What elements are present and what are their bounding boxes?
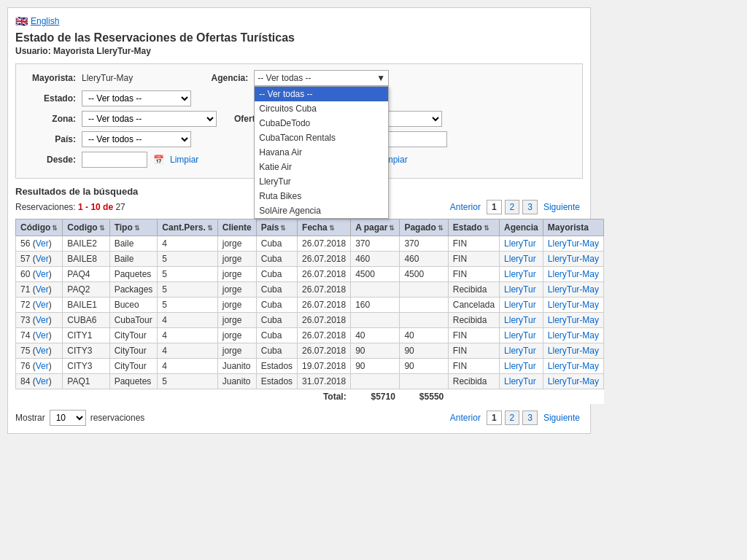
cell-cliente: jorge xyxy=(217,267,256,282)
show-count-select[interactable]: 10 xyxy=(50,410,86,426)
cell-estado: Recibida xyxy=(448,313,499,328)
zona-label: Zona: xyxy=(25,114,76,124)
cell-agencia: LleryTur xyxy=(500,298,543,313)
page-1-btn-bottom[interactable]: 1 xyxy=(487,411,502,425)
ver-link[interactable]: Ver xyxy=(36,254,49,264)
cell-pais: Cuba xyxy=(256,236,297,252)
total-row: Total: $5710 $5550 xyxy=(16,389,604,405)
header-cantpers: Cant.Pers.⇅ xyxy=(158,219,217,236)
total-pagado: $5550 xyxy=(400,389,448,405)
header-agencia: Agencia xyxy=(500,219,543,236)
dropdown-option[interactable]: Ruta Bikes xyxy=(255,189,388,203)
header-apagar: A pagar⇅ xyxy=(351,219,400,236)
dropdown-option[interactable]: CubaTacon Rentals xyxy=(255,131,388,145)
header-pais: País⇅ xyxy=(256,219,297,236)
lang-english[interactable]: English xyxy=(31,16,59,26)
cell-fecha: 31.07.2018 xyxy=(298,374,351,389)
dropdown-option[interactable]: LleryTur xyxy=(255,174,388,189)
header-pagado: Pagado⇅ xyxy=(400,219,448,236)
codigo-number: 71 xyxy=(20,284,30,295)
cell-cliente: Juanito xyxy=(217,374,256,389)
cell-apagar: 160 xyxy=(351,298,400,313)
cell-codigo2: PAQ4 xyxy=(63,267,109,282)
ver-link[interactable]: Ver xyxy=(36,284,49,295)
cell-tipo: Packages xyxy=(109,282,158,298)
header-mayorista: Mayorista xyxy=(543,219,603,236)
page-3-btn-bottom[interactable]: 3 xyxy=(522,411,538,425)
cell-cliente: jorge xyxy=(217,282,256,298)
page-1-btn-top[interactable]: 1 xyxy=(487,200,502,214)
ver-link[interactable]: Ver xyxy=(36,315,49,325)
cell-apagar xyxy=(351,282,400,298)
prev-button-bottom[interactable]: Anterior xyxy=(447,411,484,424)
count-range: 1 - 10 de xyxy=(78,202,113,212)
top-pagination: Anterior 1 2 3 Siguiente xyxy=(447,200,583,214)
ver-link[interactable]: Ver xyxy=(36,376,49,386)
cell-codigo: 71 (Ver) xyxy=(16,282,63,298)
dropdown-option[interactable]: Circuitos Cuba xyxy=(255,101,388,116)
cell-pais: Cuba xyxy=(256,298,297,313)
dropdown-option[interactable]: Havana Air xyxy=(255,145,388,160)
cell-apagar: 90 xyxy=(351,343,400,359)
cell-tipo: Paquetes xyxy=(109,267,158,282)
cell-pais: Cuba xyxy=(256,267,297,282)
ver-link[interactable]: Ver xyxy=(36,269,49,279)
ver-link[interactable]: Ver xyxy=(36,238,49,249)
table-row: 71 (Ver) PAQ2 Packages 5 jorge Cuba 26.0… xyxy=(16,282,604,298)
cell-agencia: LleryTur xyxy=(500,313,543,328)
cell-fecha: 26.07.2018 xyxy=(298,236,351,252)
prev-button-top[interactable]: Anterior xyxy=(447,201,484,214)
cell-pagado: 4500 xyxy=(400,267,448,282)
cell-pagado xyxy=(400,282,448,298)
cell-mayorista: LleryTur-May xyxy=(543,343,603,359)
table-row: 72 (Ver) BAILE1 Buceo 5 jorge Cuba 26.07… xyxy=(16,298,604,313)
cell-mayorista: LleryTur-May xyxy=(543,313,603,328)
page-2-btn-top[interactable]: 2 xyxy=(505,200,520,214)
lang-bar: 🇬🇧 English xyxy=(15,15,583,27)
next-button-top[interactable]: Siguiente xyxy=(541,201,583,214)
ver-link[interactable]: Ver xyxy=(36,300,49,310)
limpiar-desde-link[interactable]: Limpiar xyxy=(170,155,198,165)
codigo-number: 60 xyxy=(20,269,30,279)
cell-cliente: jorge xyxy=(217,252,256,267)
pais-select[interactable]: -- Ver todos -- xyxy=(82,131,191,147)
cell-pagado: 90 xyxy=(400,359,448,374)
page-2-btn-bottom[interactable]: 2 xyxy=(505,411,520,425)
cell-estado: FIN xyxy=(448,252,499,267)
cell-fecha: 19.07.2018 xyxy=(298,359,351,374)
cell-estado: Recibida xyxy=(448,374,499,389)
page-wrapper: 🇬🇧 English Estado de las Reservaciones d… xyxy=(7,7,591,434)
dropdown-option[interactable]: SolAire Agencia xyxy=(255,203,388,218)
next-button-bottom[interactable]: Siguiente xyxy=(541,411,583,424)
table-row: 75 (Ver) CITY3 CityTour 4 jorge Cuba 26.… xyxy=(16,343,604,359)
page-title: Estado de las Reservaciones de Ofertas T… xyxy=(15,31,583,44)
page-3-btn-top[interactable]: 3 xyxy=(522,200,538,214)
agencia-select[interactable]: -- Ver todas -- ▼ xyxy=(254,70,389,86)
cell-estado: FIN xyxy=(448,267,499,282)
cell-pagado xyxy=(400,298,448,313)
ver-link[interactable]: Ver xyxy=(36,361,49,371)
total-empty xyxy=(448,389,603,405)
zona-select[interactable]: -- Ver todas -- xyxy=(82,111,217,127)
cell-tipo: Baile xyxy=(109,252,158,267)
cell-codigo2: CITY3 xyxy=(63,343,109,359)
cell-agencia: LleryTur xyxy=(500,236,543,252)
cell-cliente: jorge xyxy=(217,236,256,252)
cell-estado: Recibida xyxy=(448,282,499,298)
cell-mayorista: LleryTur-May xyxy=(543,328,603,343)
ver-link[interactable]: Ver xyxy=(36,346,49,356)
table-row: 57 (Ver) BAILE8 Baile 5 jorge Cuba 26.07… xyxy=(16,252,604,267)
cell-pais: Cuba xyxy=(256,343,297,359)
calendar-icon-desde[interactable]: 📅 xyxy=(153,155,164,165)
codigo-number: 57 xyxy=(20,254,30,264)
dropdown-option[interactable]: CubaDeTodo xyxy=(255,116,388,131)
pais-label: País: xyxy=(25,134,76,144)
estado-select[interactable]: -- Ver todas -- xyxy=(82,90,191,106)
desde-input[interactable] xyxy=(82,152,147,168)
cell-pagado: 40 xyxy=(400,328,448,343)
cell-agencia: LleryTur xyxy=(500,374,543,389)
cell-cant: 4 xyxy=(158,359,217,374)
dropdown-option[interactable]: Katie Air xyxy=(255,160,388,174)
dropdown-option[interactable]: -- Ver todas -- xyxy=(255,87,388,101)
ver-link[interactable]: Ver xyxy=(36,330,49,341)
